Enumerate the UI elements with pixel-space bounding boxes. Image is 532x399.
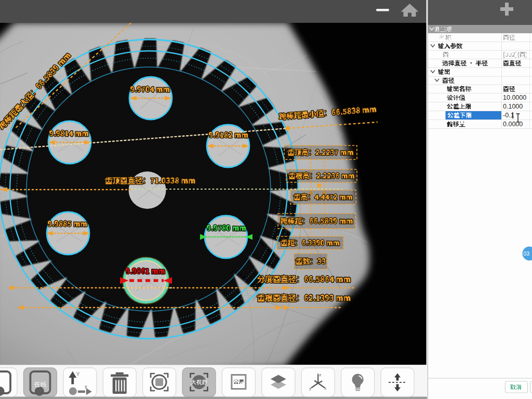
svg-text:0.0000: 0.0000	[503, 121, 523, 128]
svg-text:z: z	[319, 373, 321, 377]
svg-text:10.0000: 10.0000	[503, 94, 526, 101]
svg-text:Y: Y	[76, 371, 80, 377]
svg-text:03: 03	[524, 250, 530, 257]
svg-text:y: y	[309, 386, 311, 391]
svg-text:x: x	[324, 386, 326, 391]
svg-text:-0.1: -0.1	[503, 112, 514, 119]
svg-text:x: x	[85, 384, 87, 390]
svg-text:0.1000: 0.1000	[503, 103, 523, 110]
